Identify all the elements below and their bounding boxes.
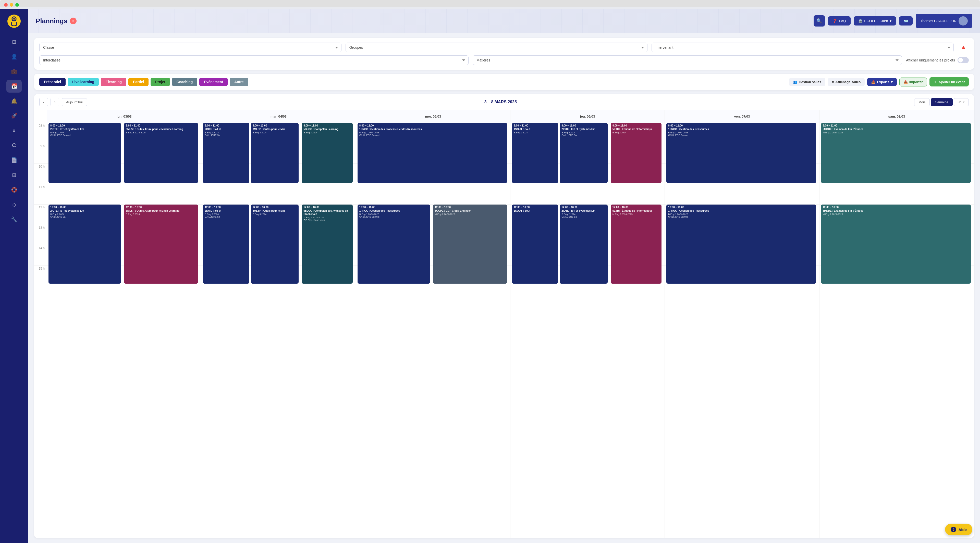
event-block[interactable]: 8:00 – 11:00 5BLOC : Compéten Learning B…: [302, 123, 352, 183]
day-col-mer: mer. 05/03 8:00 – 11:00 1PROC : Gestion …: [356, 110, 511, 538]
calendar-card: ‹ › Aujourd'hui 3 – 8 MARS 2025 Mois: [34, 94, 974, 538]
view-jour-button[interactable]: Jour: [954, 98, 969, 106]
sidebar-item-rocket[interactable]: 🚀: [6, 110, 22, 122]
sidebar-item-user[interactable]: 👤: [6, 50, 22, 63]
sidebar-item-calendar[interactable]: 📅: [6, 80, 22, 92]
exports-button[interactable]: 📤 Exports ▾: [867, 78, 897, 86]
event-block[interactable]: 12:00 – 16:00 5BLOC : Compéten ces Avanc…: [302, 205, 352, 284]
sidebar-item-wrench[interactable]: 🔧: [6, 213, 22, 226]
header: Plannings 3 🔍 ❓ FAQ 🏛️ ECOLE - Caen ▾ 🪪: [28, 9, 980, 33]
classe-select[interactable]: Classe: [39, 43, 342, 52]
event-block[interactable]: 12:00 – 16:00 2IOTE : IoT et Systèmes Em…: [48, 205, 121, 284]
day-slots-sam: 8:00 – 11:00 5MDDE : Examen de Fin d'Étu…: [819, 123, 974, 538]
prev-button[interactable]: ‹: [39, 98, 48, 106]
user-button[interactable]: Thomas CHAUFFOUR: [916, 14, 972, 28]
wrench-icon: 🔧: [11, 216, 18, 222]
logo[interactable]: [7, 14, 21, 29]
sidebar-item-c[interactable]: C: [6, 139, 22, 152]
today-button[interactable]: Aujourd'hui: [62, 98, 87, 106]
day-col-jeu: jeu. 06/03 8:00 – 11:00 1SOUT : Sout B.E…: [511, 110, 665, 538]
tag-elearning[interactable]: Elearning: [101, 78, 126, 86]
close-dot[interactable]: [4, 3, 8, 6]
sidebar-item-briefcase[interactable]: 💼: [6, 65, 22, 78]
day-header-jeu: jeu. 06/03: [511, 110, 665, 123]
sidebar-item-support[interactable]: 🛟: [6, 183, 22, 196]
event-block[interactable]: 8:00 – 11:00 1PROC : Gestion des Ressour…: [667, 123, 816, 183]
sidebar-item-apps[interactable]: ⊞: [6, 168, 22, 181]
legend-tags: Présentiel Live learning Elearning Parti…: [39, 78, 248, 86]
intervenant-select[interactable]: Intervenant: [652, 43, 954, 52]
event-block[interactable]: 12:00 – 16:00 5MDDE : Examen de Fin d'Ét…: [821, 205, 971, 284]
calendar-grid: 08 h 09 h 10 h 11 h 12 h 13 h 14 h 15 h …: [34, 110, 974, 538]
groupes-select[interactable]: Groupes: [345, 43, 648, 52]
event-block[interactable]: 8:00 – 11:00 5ETHI : Éthique de l'Inform…: [611, 123, 662, 183]
event-block[interactable]: 12:00 – 16:00 5GCPE : GCP Cloud Engineer…: [433, 205, 507, 284]
event-block[interactable]: 8:00 – 11:00 2IOTE : IoT et Systèmes Em …: [560, 123, 608, 183]
aide-label: Aide: [958, 527, 967, 532]
tag-live-learning[interactable]: Live learning: [68, 78, 99, 86]
event-block[interactable]: 12:00 – 16:00 2IOTE : IoT et Systèmes Em…: [560, 205, 608, 284]
time-slot-9: 09 h: [34, 143, 47, 164]
letter-c-icon: C: [12, 142, 16, 149]
minimize-dot[interactable]: [10, 3, 13, 6]
view-mois-button[interactable]: Mois: [914, 98, 930, 106]
sidebar-item-grid[interactable]: ⊞: [6, 35, 22, 48]
event-block[interactable]: 12:00 – 16:00 1PROC : Gestion des Ressou…: [667, 205, 816, 284]
event-block[interactable]: 12:00 – 16:00 3MLSP : Outils pour le Mac…: [251, 205, 299, 284]
time-slot-12: 12 h: [34, 205, 47, 225]
mois-label: Mois: [918, 100, 925, 104]
event-block[interactable]: 8:00 – 11:00 5MDDE : Examen de Fin d'Étu…: [821, 123, 971, 183]
aide-button[interactable]: ? Aide: [945, 524, 972, 535]
gestion-salles-button[interactable]: 👥 Gestion salles: [789, 78, 825, 86]
tag-evenement[interactable]: Évènement: [199, 78, 228, 86]
maximize-dot[interactable]: [15, 3, 19, 6]
tag-partiel[interactable]: Partiel: [128, 78, 148, 86]
search-button[interactable]: 🔍: [814, 15, 825, 27]
projets-toggle[interactable]: [958, 57, 969, 63]
school-button[interactable]: 🏛️ ECOLE - Caen ▾: [854, 16, 896, 25]
sidebar-item-doc[interactable]: 📄: [6, 154, 22, 167]
plus-icon: ＋: [934, 79, 937, 84]
event-block[interactable]: 8:00 – 11:00 2IOTE : IoT et Systèmes Em …: [48, 123, 121, 183]
tag-projet[interactable]: Projet: [151, 78, 170, 86]
sidebar-item-list[interactable]: ≡: [6, 124, 22, 137]
sidebar-item-diamond[interactable]: ◇: [6, 198, 22, 211]
event-block[interactable]: 12:00 – 16:00 3MLSP : Outils Azure pour …: [124, 205, 198, 284]
rocket-icon: 🚀: [11, 113, 18, 119]
importer-button[interactable]: 📥 Importer: [899, 78, 927, 86]
faq-label: FAQ: [839, 19, 846, 23]
event-block[interactable]: 8:00 – 11:00 1PROC : Gestion des Process…: [358, 123, 507, 183]
ajouter-event-button[interactable]: ＋ Ajouter un event: [929, 77, 969, 86]
event-block[interactable]: 12:00 – 16:00 5ETHI : Éthique de l'Infor…: [611, 205, 662, 284]
tag-presentiel[interactable]: Présentiel: [39, 78, 65, 86]
filter-icon-button[interactable]: 🔺: [958, 43, 969, 52]
event-block[interactable]: 8:00 – 11:00 3MLSP : Outils Azure pour l…: [124, 123, 198, 183]
filters-row-2: Interclasse Matières Afficher uniquement…: [39, 56, 969, 65]
event-block[interactable]: 12:00 – 16:00 1PROC : Gestion des Ressou…: [358, 205, 430, 284]
importer-label: Importer: [909, 80, 923, 84]
faq-button[interactable]: ❓ FAQ: [828, 16, 851, 25]
matieres-select[interactable]: Matières: [473, 56, 902, 65]
day-header-sam: sam. 08/03: [819, 110, 974, 123]
school-icon: 🏛️: [858, 19, 862, 23]
tag-autre[interactable]: Autre: [230, 78, 248, 86]
event-block[interactable]: 12:00 – 16:00 2IOTE : IoT et B.Eng.2 202…: [203, 205, 249, 284]
day-slots-mer: 8:00 – 11:00 1PROC : Gestion des Process…: [356, 123, 510, 538]
event-block[interactable]: 8:00 – 11:00 2IOTE : IoT et B.Eng.2 2024…: [203, 123, 249, 183]
next-icon: ›: [54, 100, 56, 104]
tag-coaching[interactable]: Coaching: [172, 78, 197, 86]
event-block[interactable]: 8:00 – 11:00 1SOUT : Sout B.Eng.1 2024: [512, 123, 558, 183]
briefcase-icon: 💼: [11, 68, 18, 75]
view-semaine-button[interactable]: Semaine: [931, 98, 953, 106]
affichage-salles-button[interactable]: ≡ Affichage salles: [828, 78, 865, 86]
gestion-salles-label: Gestion salles: [799, 80, 821, 84]
next-button[interactable]: ›: [51, 98, 59, 106]
sidebar-item-bell[interactable]: 🔔: [6, 95, 22, 107]
event-block[interactable]: 12:00 – 16:00 1SOUT : Sout: [512, 205, 558, 284]
legend-bar: Présentiel Live learning Elearning Parti…: [34, 74, 974, 90]
id-card-button[interactable]: 🪪: [899, 16, 913, 25]
day-slots-lun: 8:00 – 11:00 2IOTE : IoT et Systèmes Em …: [47, 123, 201, 538]
event-block[interactable]: 8:00 – 11:00 3MLSP : Outils pour le Mac …: [251, 123, 299, 183]
interclasse-select[interactable]: Interclasse: [39, 56, 469, 65]
time-slot-13: 13 h: [34, 225, 47, 245]
